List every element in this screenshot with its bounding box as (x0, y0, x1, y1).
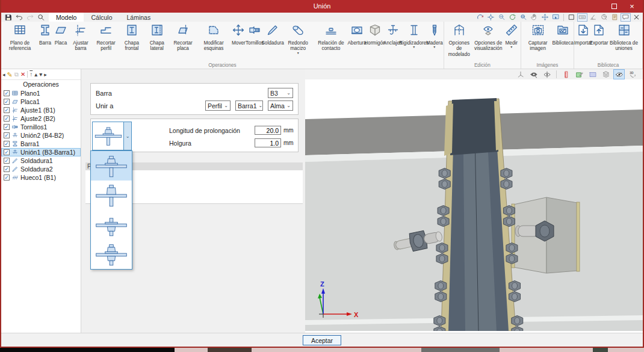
refresh-icon[interactable] (507, 13, 518, 22)
pan-icon[interactable] (529, 13, 539, 22)
checkbox[interactable]: ✓ (4, 90, 10, 96)
tree-item-tornillos1[interactable]: ✓Tornillos1 (1, 123, 81, 131)
checkbox[interactable]: ✓ (4, 116, 10, 122)
expand-right-icon[interactable]: ▸ (44, 72, 47, 78)
move-up-icon[interactable]: ▴ (34, 72, 37, 78)
search-icon[interactable] (37, 13, 45, 22)
orbit-icon[interactable] (541, 69, 553, 79)
ribbon-button-hormigon[interactable]: Hormigón (365, 22, 384, 63)
axes-triad-icon[interactable] (515, 69, 526, 79)
ribbon-button-biblioteca-de-uniones[interactable]: Biblioteca de uniones (607, 22, 641, 63)
ribbon-button-ajustar-barra[interactable]: Ajustar barra (69, 22, 93, 63)
tree-item-union1-b3-barra1[interactable]: ✓Unión1 (B3-Barra1) (1, 148, 81, 156)
view-direction-icon[interactable] (528, 69, 539, 79)
bolt-type-dropdown[interactable]: ⌄ (92, 122, 132, 150)
zoom-window-icon[interactable] (518, 13, 528, 22)
tree-item-plano1[interactable]: ✓Plano1 (1, 89, 81, 97)
bolt-option-nut-top[interactable] (91, 181, 132, 210)
checkbox[interactable]: ✓ (4, 99, 10, 105)
tree-item-soldadura2[interactable]: ✓Soldadura2 (1, 165, 81, 173)
zoom-previous-icon[interactable] (497, 13, 507, 22)
unir-a-select-barra1[interactable]: Barra1⌄ (235, 100, 263, 111)
ribbon-button-recortar-placa[interactable]: Recortar placa (170, 22, 197, 63)
tree-item-barra1[interactable]: ✓Barra1 (1, 140, 81, 148)
tree-item-ajuste1-b1[interactable]: ✓Ajuste1 (B1) (1, 106, 81, 114)
unir-a-select-perfil[interactable]: Perfil⌄ (205, 100, 231, 111)
ribbon-button-mover[interactable]: Mover (231, 22, 246, 63)
angle-icon[interactable] (588, 13, 598, 22)
ribbon-button-plano-de-referencia[interactable]: Plano de referencia (2, 22, 37, 63)
full-screen-icon[interactable] (551, 13, 561, 22)
zoom-extents-icon[interactable] (486, 13, 496, 22)
ribbon-button-tornillos[interactable]: Tornillos (246, 22, 262, 63)
tab-modelo[interactable]: Modelo (49, 13, 84, 22)
checkbox[interactable]: ✓ (4, 132, 10, 138)
ribbon-button-importar[interactable]: Importar (575, 22, 591, 63)
ribbon-button-abertura[interactable]: Abertura (348, 22, 365, 63)
checkbox[interactable]: ✓ (4, 107, 10, 113)
redo-icon[interactable] (26, 13, 34, 22)
tree-item-placa1[interactable]: ✓Placa1 (1, 97, 81, 106)
ribbon-button-exportar[interactable]: Exportar (591, 22, 607, 63)
ribbon-button-redondo-macizo[interactable]: Redondo macizo▾ (282, 22, 313, 63)
checkbox[interactable]: ✓ (4, 141, 10, 147)
ribbon-button-opciones-de-visualizacion[interactable]: Opciones de visualización (473, 22, 504, 63)
tree-item-soldadura1[interactable]: ✓Soldadura1 (1, 156, 81, 165)
rotate-view-icon[interactable] (475, 13, 485, 22)
tab-calculo[interactable]: Cálculo (84, 13, 119, 22)
checkbox[interactable]: ✓ (4, 149, 10, 155)
checkbox[interactable]: ✓ (4, 174, 10, 181)
accept-button[interactable]: Aceptar (303, 335, 341, 345)
ribbon-button-opciones-de-modelado[interactable]: Opciones de modelado (445, 22, 473, 63)
ribbon-button-chapa-frontal[interactable]: Chapa frontal (119, 22, 144, 63)
unir-a-select-alma[interactable]: Alma⌄ (268, 100, 293, 111)
tab-laminas[interactable]: Láminas (119, 13, 158, 22)
ribbon-button-capturar-imagen[interactable]: Capturar imagen (522, 22, 554, 63)
clip-box-icon[interactable] (566, 13, 577, 22)
ribbon-button-placa[interactable]: Placa (53, 22, 69, 63)
3d-viewport-scene[interactable]: Z X (305, 79, 643, 331)
section-icon[interactable] (560, 69, 572, 79)
edit-icon[interactable]: ✎ (7, 72, 13, 78)
ribbon-button-rigidizadores[interactable]: Rigidizadores▾ (401, 22, 427, 63)
layers-icon[interactable] (600, 69, 611, 79)
undo-icon[interactable] (15, 13, 23, 22)
ribbon-button-medir[interactable]: Medir▾ (504, 22, 519, 63)
ribbon-button-modificar-esquinas[interactable]: Modificar esquinas (197, 22, 231, 63)
checkbox[interactable]: ✓ (4, 124, 10, 130)
close-tools-icon[interactable] (631, 13, 642, 22)
ribbon-button-soldadura[interactable]: Soldadura (263, 22, 283, 63)
bolt-option-washer-nut-top[interactable] (91, 151, 132, 181)
tree-item-ajuste2-b2[interactable]: ✓Ajuste2 (B2) (1, 114, 81, 123)
protractor-icon[interactable] (599, 13, 609, 22)
ribbon-button-chapa-lateral[interactable]: Chapa lateral (144, 22, 170, 63)
ribbon-button-barra[interactable]: Barra (37, 22, 53, 63)
rotate-3d-icon[interactable]: 3D (627, 69, 638, 79)
bolt-option-nut-top-bottom[interactable] (91, 239, 132, 269)
ribbon-button-biblioteca[interactable]: Biblioteca (553, 22, 572, 63)
checkbox[interactable]: ✓ (4, 158, 10, 164)
grid-plane-icon[interactable] (587, 69, 598, 79)
move-view-icon[interactable] (540, 13, 550, 22)
barra-select[interactable]: B3 ⌄ (268, 88, 293, 98)
comment-icon[interactable] (621, 13, 631, 22)
workplane-icon[interactable] (574, 69, 585, 79)
field-input-holgura[interactable] (255, 138, 281, 147)
move-top-icon[interactable]: ↑ (29, 72, 33, 78)
chevron-down-icon[interactable]: ⌄ (123, 122, 131, 150)
ribbon-button-madera[interactable]: Madera▾ (427, 22, 442, 63)
tree-item-union2-b4-b2[interactable]: ✓Unión2 (B4-B2) (1, 131, 81, 140)
close-icon[interactable]: × (624, 1, 640, 12)
maximize-icon[interactable] (605, 1, 622, 12)
move-down-icon[interactable]: ▾ (39, 72, 42, 78)
delete-icon[interactable]: ✕ (20, 72, 25, 78)
bolt-option-nut-bottom[interactable] (91, 210, 132, 239)
dimensions-icon[interactable]: 100 (577, 13, 587, 22)
collapse-left-icon[interactable]: ◂ (2, 72, 5, 78)
ribbon-button-relacion-de-contacto[interactable]: Relación de contacto (314, 22, 348, 63)
checkbox[interactable]: ✓ (4, 166, 10, 172)
ribbon-button-recortar-perfil[interactable]: Recortar perfil (93, 22, 119, 63)
visibility-icon[interactable] (613, 69, 625, 79)
notes-icon[interactable] (610, 13, 620, 22)
tree-item-hueco1-b1[interactable]: ✓Hueco1 (B1) (1, 173, 81, 182)
